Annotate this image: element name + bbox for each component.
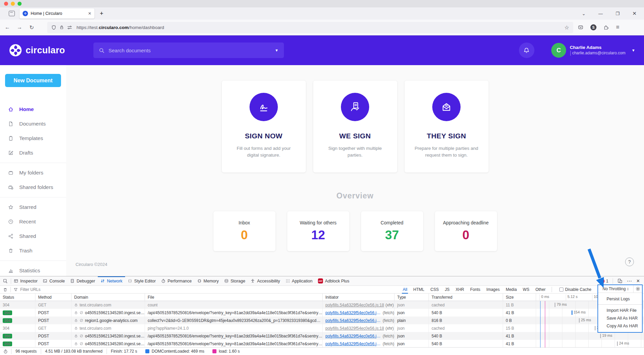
pick-element-icon[interactable] [0,279,11,283]
stat-card[interactable]: Completed 37 [361,211,423,251]
user-avatar[interactable]: C [551,43,566,58]
context-menu-item[interactable]: Copy All As HAR [598,322,642,330]
sidebar-item[interactable]: Trash [0,243,66,258]
extension-s-icon[interactable]: S [590,24,596,30]
initiator-link[interactable]: polyfills.54a6329f54ec0e56.js:18 [325,303,384,307]
sidebar-item[interactable]: Starred [0,197,66,214]
tab-list-chevron-icon[interactable]: ⌄ [582,11,586,16]
network-request-row[interactable]: 200 POST o4505159621345280.ingest.sent… … [0,340,644,348]
devtools-tab[interactable]: ABP Adblock Plus [315,276,352,285]
shield-icon[interactable] [51,25,56,30]
context-menu-item[interactable]: Persist Logs [598,295,642,303]
app-menu-icon[interactable]: ≡ [616,24,619,31]
devtools-tab[interactable]: Memory [195,276,222,285]
column-header-initiator[interactable]: Initiator [323,294,394,301]
help-button[interactable]: ? [625,257,634,266]
context-menu-item[interactable]: Save All As HAR [598,314,642,322]
firefox-view-icon[interactable] [9,11,15,16]
devtools-tab[interactable]: Style Editor [125,276,158,285]
close-window-button[interactable] [4,2,8,6]
initiator-link[interactable]: polyfills.54a6329f54ec0e56.js:18 [325,342,381,346]
network-request-row[interactable]: 200 POST o4505159621345280.ingest.sent… … [0,332,644,340]
column-header-status[interactable]: Status [0,294,35,301]
reload-button[interactable]: ↻ [27,24,36,31]
devtools-close-icon[interactable]: ✕ [636,278,640,283]
tab-close-icon[interactable]: ✕ [88,11,91,16]
search-dropdown-chevron-icon[interactable]: ▼ [275,48,279,52]
type-filter-pill[interactable]: Media [503,286,520,293]
type-filter-pill[interactable]: HTML [411,286,427,293]
window-minimize-button[interactable]: — [598,11,603,16]
type-filter-pill[interactable]: Fonts [468,286,483,293]
devtools-tab[interactable]: Performance [158,276,195,285]
devtools-tab[interactable]: Debugger [67,276,98,285]
window-restore-button[interactable]: ❐ [616,11,620,16]
network-request-row[interactable]: 200 POST o4505159621345280.ingest.sent… … [0,309,644,317]
notifications-button[interactable] [519,43,534,58]
clear-requests-icon[interactable] [0,288,10,292]
action-card[interactable]: SIGN NOW Fill out forms and add your dig… [222,81,306,172]
checkbox-icon[interactable] [559,288,563,292]
window-close-button[interactable]: ✕ [632,10,637,17]
devtools-tab[interactable]: Application [283,276,315,285]
stat-card[interactable]: Waiting for others 12 [287,211,349,251]
zoom-window-button[interactable] [18,2,22,6]
devtools-tab[interactable]: Console [40,276,67,285]
throttling-select[interactable]: No Throttling ↕ [598,285,642,293]
bookmark-star-icon[interactable]: ☆ [564,24,569,31]
sidebar-item[interactable]: My folders [0,163,66,180]
browser-tab[interactable]: ✣ Home | Circularo ✕ [20,8,94,19]
devtools-tab[interactable]: Storage [222,276,248,285]
column-header-domain[interactable]: Domain [71,294,145,301]
extensions-puzzle-icon[interactable] [604,25,609,30]
pocket-icon[interactable] [578,25,583,30]
sidebar-item[interactable]: Statistics [0,261,66,278]
devtools-tab[interactable]: Accessibility [248,276,283,285]
type-filter-pill[interactable]: Images [484,286,502,293]
column-header-transferred[interactable]: Transferred [429,294,503,301]
performance-analysis-icon[interactable] [0,349,11,354]
context-menu-item[interactable]: Import HAR File [598,306,642,314]
filter-urls-input[interactable]: Filter URLs [20,287,40,292]
type-filter-pill[interactable]: WS [520,286,532,293]
sidebar-item[interactable]: Shared folders [0,180,66,194]
sidebar-item[interactable]: Recent [0,214,66,229]
type-filter-pill[interactable]: Other [533,286,548,293]
search-input[interactable]: Search documents ▼ [93,43,284,58]
column-header-type[interactable]: Type [394,294,429,301]
back-button[interactable]: ← [3,24,12,30]
type-filter-pill[interactable]: All [400,286,410,293]
permissions-icon[interactable] [67,25,72,30]
stat-card[interactable]: Inbox 0 [213,211,275,251]
devtools-tab[interactable]: Network [98,276,125,285]
sidebar-item[interactable]: Templates [0,131,66,145]
minimize-window-button[interactable] [11,2,15,6]
sidebar-item[interactable]: Home [0,102,66,116]
type-filter-pill[interactable]: XHR [453,286,467,293]
initiator-link[interactable]: polyfills.54a6329f54ec0e56.js:18 [325,318,381,323]
error-count-badge[interactable]: ! 1 [600,279,608,283]
column-header-file[interactable]: File [145,294,323,301]
initiator-link[interactable]: polyfills.54a6329f54ec0e56.js:18 [325,334,381,338]
column-header-size[interactable]: Size [503,294,536,301]
type-filter-pill[interactable]: CSS [428,286,441,293]
network-settings-gear-icon[interactable] [633,285,642,293]
new-document-button[interactable]: New Document [5,74,61,87]
user-menu-chevron-icon[interactable]: ▼ [632,48,635,52]
responsive-design-icon[interactable] [617,278,622,283]
new-tab-button[interactable]: + [100,10,104,17]
stat-card[interactable]: Approaching deadline 0 [435,211,497,251]
sidebar-item[interactable]: Documents [0,116,66,131]
network-request-row[interactable]: 204 POST region1.google-analytics.com co… [0,317,644,324]
disable-cache-checkbox[interactable]: Disable Cache [559,287,591,292]
devtools-menu-icon[interactable]: ⋯ [627,278,632,284]
type-filter-pill[interactable]: JS [442,286,452,293]
action-card[interactable]: THEY SIGN Prepare for multiple parties a… [405,81,489,172]
network-request-row[interactable]: 304 GET test.circularo.com count polyfil… [0,301,644,309]
circularo-logo[interactable]: circularo [9,44,65,56]
network-request-row[interactable]: 304 GET test.circularo.com ping?appName=… [0,324,644,332]
devtools-tab[interactable]: Inspector [11,276,40,285]
forward-button[interactable]: → [15,24,24,30]
initiator-link[interactable]: polyfills.54a6329f54ec0e56.js:18 [325,310,381,315]
sidebar-item[interactable]: Drafts [0,145,66,160]
